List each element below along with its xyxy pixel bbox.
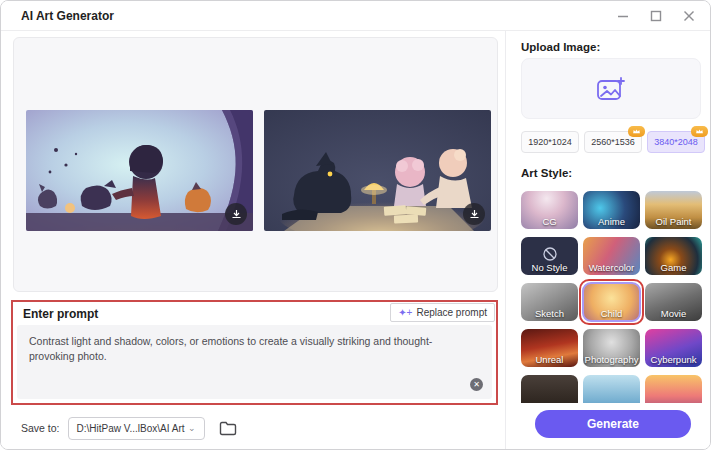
- style-label: Watercolor: [583, 262, 640, 273]
- maximize-icon: [650, 10, 662, 22]
- download-icon: [469, 209, 480, 220]
- generated-image-2[interactable]: [264, 110, 491, 231]
- prompt-text: Contrast light and shadow, colors, or em…: [29, 334, 468, 364]
- add-image-icon: [596, 76, 626, 102]
- style-child[interactable]: Child: [583, 283, 640, 321]
- open-folder-button[interactable]: [217, 418, 239, 438]
- upload-image-label: Upload Image:: [521, 41, 600, 53]
- replace-prompt-label: Replace prompt: [416, 307, 487, 318]
- resolution-options: 1920*1024 2560*1536 3840*2048: [521, 131, 705, 153]
- generate-button[interactable]: Generate: [535, 410, 691, 438]
- art-style-label: Art Style:: [521, 167, 572, 179]
- resolution-3840x2048[interactable]: 3840*2048: [647, 131, 705, 153]
- generated-image-1[interactable]: [26, 110, 253, 231]
- resolution-2560x1536[interactable]: 2560*1536: [584, 131, 642, 153]
- style-label: Movie: [645, 308, 702, 319]
- window-title: AI Art Generator: [21, 9, 114, 23]
- resolution-label: 2560*1536: [591, 137, 635, 147]
- style-watercolor[interactable]: Watercolor: [583, 237, 640, 275]
- style-cyberpunk[interactable]: Cyberpunk: [645, 329, 702, 367]
- style-anime[interactable]: Anime: [583, 191, 640, 229]
- style-oil-paint[interactable]: Oil Paint: [645, 191, 702, 229]
- sparkle-plus-icon: ✦+: [398, 308, 412, 318]
- resolution-label: 3840*2048: [654, 137, 698, 147]
- close-button[interactable]: [680, 7, 698, 25]
- save-to-label: Save to:: [21, 422, 60, 434]
- style-photography[interactable]: Photography: [583, 329, 640, 367]
- style-unreal[interactable]: Unreal: [521, 329, 578, 367]
- style-label: Photography: [583, 354, 640, 365]
- generated-image-1-art: [26, 110, 253, 231]
- close-icon: [683, 10, 695, 22]
- style-thumbnail: [521, 375, 578, 403]
- style-cg[interactable]: CG: [521, 191, 578, 229]
- style-extra-3[interactable]: [645, 375, 702, 403]
- clear-prompt-icon[interactable]: ✕: [470, 378, 483, 391]
- app-window: AI Art Generator: [0, 0, 711, 450]
- style-extra-1[interactable]: [521, 375, 578, 403]
- minimize-icon: [617, 10, 629, 22]
- minimize-button[interactable]: [614, 7, 632, 25]
- download-button-2[interactable]: [463, 203, 485, 225]
- maximize-button[interactable]: [647, 7, 665, 25]
- style-game[interactable]: Game: [645, 237, 702, 275]
- results-panel: [13, 37, 498, 292]
- style-label: Game: [645, 262, 702, 273]
- style-thumbnail: [583, 283, 640, 321]
- main-area: Enter prompt ✦+ Replace prompt Contrast …: [1, 31, 505, 449]
- sidebar: Upload Image: 1920*1024 2560*1536 3840*2…: [505, 31, 710, 449]
- style-label: Unreal: [521, 354, 578, 365]
- prohibited-icon: [542, 246, 558, 262]
- save-path-dropdown[interactable]: D:\HitPaw V...lBox\AI Art ⌄: [68, 417, 205, 440]
- style-label: Child: [583, 308, 640, 319]
- style-thumbnail: [645, 375, 702, 403]
- save-path-value: D:\HitPaw V...lBox\AI Art: [77, 423, 185, 434]
- generated-image-2-art: [264, 110, 491, 231]
- prompt-heading: Enter prompt: [23, 307, 98, 321]
- resolution-1920x1024[interactable]: 1920*1024: [521, 131, 579, 153]
- style-label: Oil Paint: [645, 216, 702, 227]
- style-movie[interactable]: Movie: [645, 283, 702, 321]
- window-controls: [614, 1, 698, 31]
- style-label: Anime: [583, 216, 640, 227]
- style-thumbnail: [583, 375, 640, 403]
- style-label: Sketch: [521, 308, 578, 319]
- chevron-down-icon: ⌄: [188, 423, 196, 433]
- save-row: Save to: D:\HitPaw V...lBox\AI Art ⌄: [1, 415, 505, 441]
- download-icon: [231, 209, 242, 220]
- style-label: Cyberpunk: [645, 354, 702, 365]
- folder-icon: [219, 421, 237, 436]
- prompt-section: Enter prompt ✦+ Replace prompt Contrast …: [11, 300, 498, 405]
- resolution-label: 1920*1024: [528, 137, 572, 147]
- premium-crown-icon: [628, 126, 645, 137]
- prompt-header: Enter prompt ✦+ Replace prompt: [13, 302, 496, 325]
- style-label: No Style: [521, 262, 578, 273]
- premium-crown-icon: [691, 126, 708, 137]
- download-button-1[interactable]: [225, 203, 247, 225]
- upload-image-dropzone[interactable]: [521, 58, 701, 119]
- style-sketch[interactable]: Sketch: [521, 283, 578, 321]
- style-label: CG: [521, 216, 578, 227]
- replace-prompt-button[interactable]: ✦+ Replace prompt: [390, 303, 495, 322]
- prompt-input[interactable]: Contrast light and shadow, colors, or em…: [17, 325, 492, 399]
- style-extra-2[interactable]: [583, 375, 640, 403]
- art-style-grid: CG Anime Oil Paint No Style Watercolor G…: [521, 191, 707, 403]
- style-no-style[interactable]: No Style: [521, 237, 578, 275]
- title-bar: AI Art Generator: [1, 1, 710, 31]
